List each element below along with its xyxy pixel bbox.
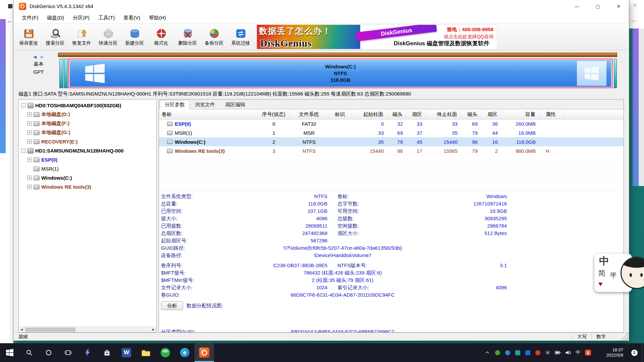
save-changes-button[interactable]: 保存更改 — [15, 24, 42, 49]
tray-icon-battery[interactable] — [553, 343, 563, 362]
tray-icon-blue-circle[interactable] — [502, 343, 513, 362]
expand-icon[interactable]: + — [27, 176, 32, 180]
tab-partition-params[interactable]: 分区参数 — [160, 100, 190, 109]
partition-bar-esp[interactable] — [59, 59, 63, 88]
expand-icon[interactable]: + — [27, 130, 32, 135]
show-desktop-strip[interactable] — [642, 343, 644, 362]
partition-row-windows-re[interactable]: Windows RE tools(3) 3 NTFS 15440 96 17 1… — [159, 146, 624, 156]
menu-partition[interactable]: 分区(P) — [68, 12, 94, 23]
expand-icon[interactable]: + — [27, 139, 32, 144]
tree-hscrollbar[interactable]: ◀ ▶ — [19, 326, 156, 332]
disk-capacity-strip[interactable] — [58, 53, 617, 57]
ad-banner[interactable]: 数据丢了怎么办！ DiskGenius DiskGenius 致电：400-00… — [257, 24, 497, 49]
app-explorer[interactable] — [136, 343, 156, 362]
tree-node-hd0[interactable]: - HD0:TOSHIBAMQ04ABF100(932GB) — [19, 101, 156, 110]
col-attributes[interactable]: 属性 — [540, 109, 563, 119]
format-button[interactable]: 格式化 — [148, 24, 174, 49]
lang-indicator[interactable]: 中 — [573, 343, 583, 362]
app-store[interactable] — [97, 343, 117, 362]
col-filesystem[interactable]: 文件系统 — [290, 109, 328, 119]
ime-simplified-toggle[interactable]: 简 — [598, 268, 605, 278]
tree-node-windows-re[interactable]: + Windows RE tools(3) — [19, 182, 156, 191]
col-flag[interactable]: 标识 — [328, 109, 352, 119]
partition-row-esp[interactable]: ESP(0) 0 FAT32 0 32 33 33 69 36 260.0MB — [159, 119, 624, 128]
ime-halfwidth-toggle[interactable]: 半 — [610, 270, 617, 280]
maximize-button[interactable]: ▢ — [587, 0, 608, 12]
menu-disk[interactable]: 磁盘(D) — [43, 12, 68, 23]
taskview-button[interactable] — [58, 343, 78, 362]
heart-icon[interactable]: ♥ — [598, 280, 602, 288]
backup-partition-button[interactable]: 备份分区 — [201, 24, 227, 49]
minimize-button[interactable]: — — [567, 0, 587, 12]
menu-tools[interactable]: 工具(T) — [94, 12, 119, 23]
col-start-cylinder[interactable]: 起始柱面 — [352, 109, 387, 119]
resize-grip[interactable] — [615, 333, 629, 341]
prev-disk-arrow[interactable]: ◀ — [33, 54, 37, 59]
tray-expand-chevron[interactable] — [482, 343, 492, 362]
col-end-cylinder[interactable]: 终止柱面 — [426, 109, 461, 119]
tree-node-recovery-e[interactable]: + RECOVERY(E:) — [19, 137, 156, 146]
partition-bar-msr[interactable] — [64, 59, 68, 88]
collapse-icon[interactable]: - — [21, 148, 25, 153]
tree-node-msr[interactable]: MSR(1) — [19, 164, 156, 173]
col-sector-2[interactable]: 扇区 — [481, 109, 501, 119]
analyze-button[interactable]: 分析 — [161, 301, 183, 310]
menu-file[interactable]: 文件(F) — [17, 12, 43, 23]
delete-partition-button[interactable]: 删除分区 — [174, 24, 201, 49]
ime-chinese-toggle[interactable]: 中 — [599, 254, 609, 268]
tree-node-local-d[interactable]: + 本地磁盘(D:) — [19, 110, 156, 119]
new-partition-button[interactable]: 新建分区 — [121, 24, 148, 49]
tray-icon-teal[interactable] — [513, 343, 523, 362]
tray-icon-red[interactable] — [533, 343, 543, 362]
app-edge[interactable]: e — [175, 343, 195, 362]
app-lightning[interactable] — [78, 343, 97, 362]
menu-view[interactable]: 查看(V) — [119, 12, 145, 23]
collapse-icon[interactable]: - — [21, 103, 25, 108]
app-browser-green[interactable] — [156, 343, 175, 362]
expand-icon[interactable]: + — [27, 158, 32, 162]
notification-center-button[interactable]: 2 — [627, 343, 642, 362]
tab-browse-files[interactable]: 浏览文件 — [190, 100, 220, 109]
sogou-ime-icon[interactable]: S — [583, 343, 593, 362]
next-disk-arrow[interactable]: ▶ — [41, 54, 44, 59]
recover-files-button[interactable]: 恢复文件 — [68, 24, 95, 49]
scroll-right-arrow[interactable]: ▶ — [151, 327, 156, 333]
scrollbar-thumb[interactable] — [25, 327, 75, 332]
search-partition-button[interactable]: 搜索分区 — [42, 24, 68, 49]
app-diskgenius[interactable] — [195, 343, 214, 362]
col-sector[interactable]: 扇区 — [406, 109, 426, 119]
tree-node-esp[interactable]: + ESP(0) — [19, 155, 156, 164]
partition-row-msr[interactable]: MSR(1) 1 MSR 33 69 37 35 79 44 16.0MB — [159, 128, 624, 137]
quick-partition-button[interactable]: 快速分区 — [95, 24, 121, 49]
partition-bar-windows-c[interactable]: Windows(C:) NTFS 118.0GB — [68, 59, 612, 88]
app-word[interactable]: W — [117, 343, 136, 362]
start-button[interactable] — [0, 343, 19, 362]
tree-node-hd1[interactable]: - HD1:SAMSUNGMZNLN128HAHQ-000 — [19, 146, 156, 155]
col-volume-label[interactable]: 卷标 — [159, 109, 258, 119]
partition-bar-re-tools[interactable] — [614, 59, 617, 88]
expand-icon[interactable]: + — [27, 121, 32, 126]
tray-icon-volume[interactable] — [563, 343, 573, 362]
close-button[interactable]: ✕ — [608, 0, 629, 12]
expand-icon[interactable]: + — [27, 185, 32, 189]
tree-node-local-g[interactable]: + 本地磁盘(G:) — [19, 128, 156, 137]
col-head-2[interactable]: 磁头 — [461, 109, 481, 119]
col-capacity[interactable]: 容量 — [501, 109, 540, 119]
tree-node-windows-c[interactable]: + Windows(C:) — [19, 173, 156, 182]
clock[interactable]: 18:37 2022/5/9 — [596, 347, 623, 358]
expand-icon[interactable]: + — [27, 112, 32, 117]
col-head[interactable]: 磁头 — [387, 109, 406, 119]
scroll-left-arrow[interactable]: ◀ — [19, 327, 24, 333]
search-button[interactable] — [19, 343, 39, 362]
tray-icon-blue-square[interactable] — [523, 343, 533, 362]
col-index-status[interactable]: 序号(状态) — [258, 109, 290, 119]
cortana-button[interactable] — [39, 343, 58, 362]
tab-sector-edit[interactable]: 扇区编辑 — [220, 100, 250, 109]
tree-node-local-f[interactable]: + 本地磁盘(F:) — [19, 119, 156, 128]
tray-icon-green[interactable] — [492, 343, 502, 362]
menu-help[interactable]: 帮助(H) — [145, 12, 170, 23]
ad-qq-link[interactable]: 或点击此处选择QQ咨询 — [444, 34, 493, 40]
system-migration-button[interactable]: 系统迁移 — [227, 24, 254, 49]
tray-icon-snowflake[interactable] — [543, 343, 553, 362]
partition-row-windows-c[interactable]: Windows(C:) 2 NTFS 35 79 45 15440 96 16 … — [159, 137, 624, 146]
